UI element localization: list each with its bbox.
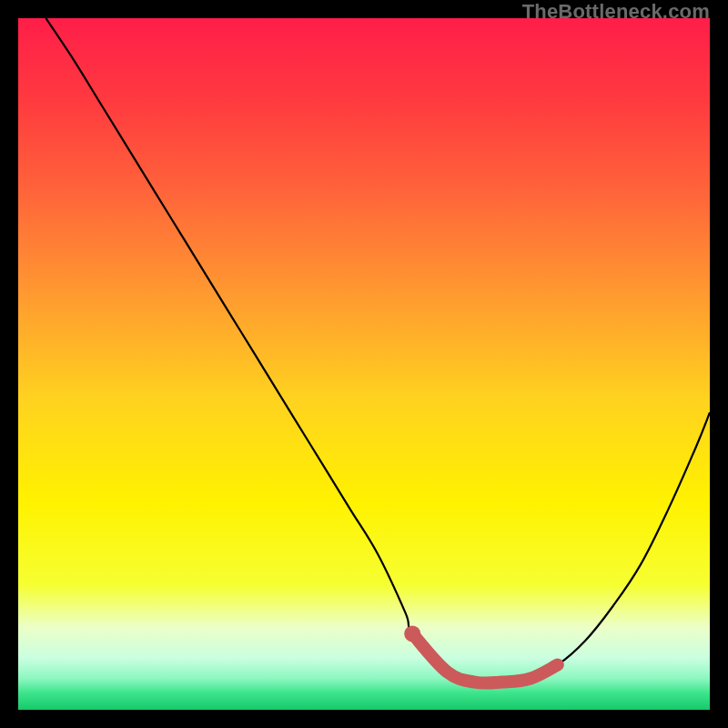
chart-stage: TheBottleneck.com bbox=[0, 0, 728, 728]
optimal-point-marker bbox=[404, 625, 420, 642]
plot-area bbox=[18, 18, 710, 710]
gradient-background bbox=[18, 18, 710, 710]
bottleneck-chart bbox=[18, 18, 710, 710]
